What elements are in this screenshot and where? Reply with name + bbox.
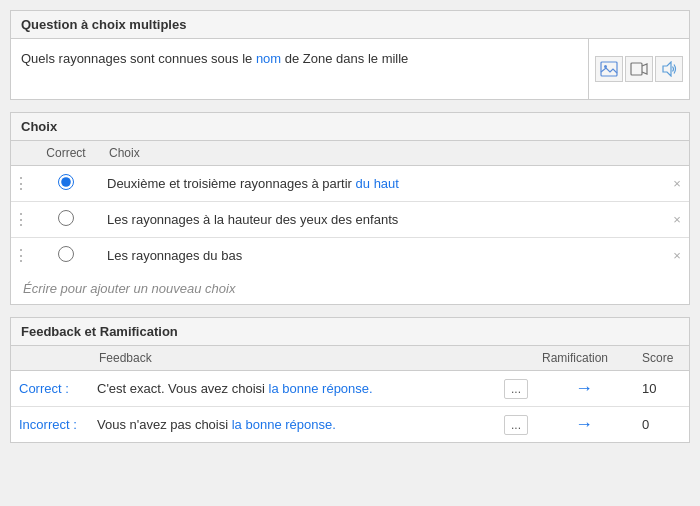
feedback-arrow: →: [534, 407, 634, 443]
question-section: Question à choix multiples Quels rayonna…: [10, 10, 690, 100]
question-title: Question à choix multiples: [21, 17, 186, 32]
choix-row: ⋮Deuxième et troisième rayonnages à part…: [11, 166, 689, 202]
feedback-dots-cell: ...: [498, 407, 534, 443]
th-score: Score: [634, 346, 689, 371]
feedback-highlight: la bonne réponse.: [232, 417, 336, 432]
choix-text: Les rayonnages du bas: [101, 238, 665, 274]
feedback-text: C'est exact. Vous avez choisi la bonne r…: [91, 371, 498, 407]
choix-radio-cell: [31, 238, 101, 274]
feedback-score: 0: [634, 407, 689, 443]
choix-radio-2[interactable]: [58, 246, 74, 262]
image-button[interactable]: [595, 56, 623, 82]
video-button[interactable]: [625, 56, 653, 82]
th-delete: [665, 141, 689, 166]
question-body: Quels rayonnages sont connues sous le no…: [11, 39, 689, 99]
feedback-section: Feedback et Ramification Feedback Ramifi…: [10, 317, 690, 443]
question-text-area[interactable]: Quels rayonnages sont connues sous le no…: [11, 39, 589, 99]
feedback-text: Vous n'avez pas choisi la bonne réponse.: [91, 407, 498, 443]
feedback-table: Feedback Ramification Score Correct :C'e…: [11, 346, 689, 442]
question-toolbar: [589, 39, 689, 99]
question-section-header: Question à choix multiples: [11, 11, 689, 39]
choix-row: ⋮Les rayonnages à la hauteur des yeux de…: [11, 202, 689, 238]
drag-handle[interactable]: ⋮: [11, 238, 31, 274]
page-container: Question à choix multiples Quels rayonna…: [0, 0, 700, 453]
choix-text: Deuxième et troisième rayonnages à parti…: [101, 166, 665, 202]
choix-radio-cell: [31, 166, 101, 202]
feedback-dots-button[interactable]: ...: [504, 379, 528, 399]
feedback-section-header: Feedback et Ramification: [11, 318, 689, 346]
choix-section: Choix Correct Choix ⋮Deuxième et troisiè…: [10, 112, 690, 305]
question-text-part1: Quels rayonnages sont connues sous le: [21, 51, 256, 66]
choix-radio-0[interactable]: [58, 174, 74, 190]
feedback-title: Feedback et Ramification: [21, 324, 178, 339]
svg-rect-2: [631, 63, 642, 75]
feedback-dots-cell: ...: [498, 371, 534, 407]
th-feedback: Feedback: [91, 346, 498, 371]
th-label: [11, 346, 91, 371]
feedback-row: Correct :C'est exact. Vous avez choisi l…: [11, 371, 689, 407]
choix-delete-button[interactable]: ×: [665, 238, 689, 274]
choix-row: ⋮Les rayonnages du bas×: [11, 238, 689, 274]
feedback-highlight: la bonne réponse.: [269, 381, 373, 396]
choix-delete-button[interactable]: ×: [665, 202, 689, 238]
th-ramification: Ramification: [534, 346, 634, 371]
feedback-arrow: →: [534, 371, 634, 407]
choix-title: Choix: [21, 119, 57, 134]
feedback-row: Incorrect :Vous n'avez pas choisi la bon…: [11, 407, 689, 443]
question-text-highlight: nom: [256, 51, 281, 66]
feedback-label: Correct :: [11, 371, 91, 407]
feedback-label: Incorrect :: [11, 407, 91, 443]
choix-highlight: du haut: [356, 176, 399, 191]
th-dots: [498, 346, 534, 371]
drag-handle[interactable]: ⋮: [11, 202, 31, 238]
drag-handle[interactable]: ⋮: [11, 166, 31, 202]
feedback-score: 10: [634, 371, 689, 407]
svg-point-1: [604, 65, 607, 68]
choix-add-row[interactable]: Écrire pour ajouter un nouveau choix: [11, 273, 689, 304]
svg-marker-3: [663, 62, 671, 76]
choix-radio-cell: [31, 202, 101, 238]
question-text-part2: de Zone dans le mille: [281, 51, 408, 66]
choix-section-header: Choix: [11, 113, 689, 141]
th-choix: Choix: [101, 141, 665, 166]
th-correct: Correct: [31, 141, 101, 166]
choix-table: Correct Choix ⋮Deuxième et troisième ray…: [11, 141, 689, 273]
th-drag: [11, 141, 31, 166]
choix-radio-1[interactable]: [58, 210, 74, 226]
choix-text: Les rayonnages à la hauteur des yeux des…: [101, 202, 665, 238]
svg-rect-0: [601, 62, 617, 76]
feedback-dots-button[interactable]: ...: [504, 415, 528, 435]
choix-delete-button[interactable]: ×: [665, 166, 689, 202]
audio-button[interactable]: [655, 56, 683, 82]
